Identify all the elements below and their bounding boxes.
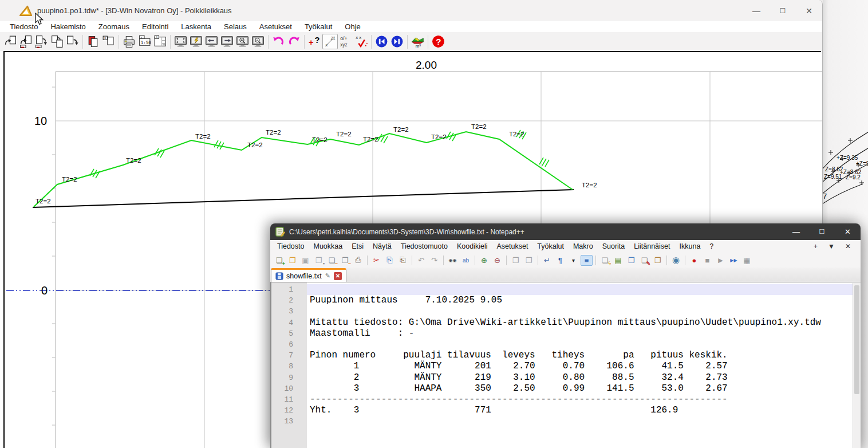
cut-button[interactable]: ✂ [370,255,382,266]
copy-document-button[interactable] [85,34,101,49]
scrollbar-thumb[interactable] [854,285,859,394]
text-editor[interactable]: 12345678910111213 Puupinon mittaus 7.10.… [270,282,861,448]
copy-button[interactable]: ⎘ [384,255,396,266]
menu-selaus[interactable]: Selaus [218,22,253,31]
np-menu-etsi[interactable]: Etsi [347,242,368,250]
find-button[interactable]: ◉◉ [447,255,459,266]
view-prev-button[interactable] [204,34,219,49]
np-menu-liit-nn-iset[interactable]: Liitännäiset [629,242,674,250]
word-wrap-button[interactable]: ↵ [541,255,553,266]
zoom-out-button[interactable] [250,34,266,49]
save-file-button[interactable]: ▣ [299,255,311,266]
file-export-button[interactable] [49,34,65,49]
view-eye-button[interactable]: ◉ [670,255,682,266]
volumes-m3-button[interactable]: m³ [410,34,425,49]
zoom-out-button[interactable]: ⊖ [491,255,503,266]
new-file-button[interactable]: ❏+ [273,255,285,266]
undo-button[interactable]: ↶ [415,255,427,266]
print-button[interactable]: ⎙ [352,255,364,266]
np-menu-muokkaa[interactable]: Muokkaa [309,242,347,250]
np-menu-ty-kalut[interactable]: Työkalut [532,242,569,250]
folder-workspace-button[interactable]: ❐ [652,255,664,266]
function-list-button[interactable]: ❏ϟ [599,255,611,266]
zoom-in-button[interactable] [235,34,250,49]
zoom-in-button[interactable]: ⊕ [478,255,490,266]
point-numbers-button[interactable]: 21x [322,34,338,49]
menu-zoomaus[interactable]: Zoomaus [92,22,136,31]
dropdown-button[interactable]: ▾ [567,255,579,266]
np-menu-ikkuna[interactable]: Ikkuna [675,242,705,250]
redo-button[interactable] [286,34,302,49]
editor-scrollbar[interactable] [853,283,861,448]
document-map-button[interactable]: ▤ [612,255,624,266]
close-tab-icon[interactable]: ✕ [334,272,342,280]
close-button[interactable]: ✕ [796,0,822,21]
macro-play-button[interactable]: ▶ [715,255,727,266]
minimize-button[interactable]: — [743,0,770,21]
tab-list-button[interactable]: ▼ [823,242,840,250]
menu-asetukset[interactable]: Asetukset [253,22,298,31]
toolbar-separator [685,256,685,265]
np-close-button[interactable]: ✕ [835,223,861,240]
zoom-extents-button[interactable] [173,34,188,49]
check-points-button[interactable]: x x [353,34,369,49]
coordinates-xyz-button[interactable]: o/+xyz [338,34,353,49]
menu-ty-kalut[interactable]: Työkalut [298,22,338,31]
macro-playback-button[interactable]: ▶▶ [728,255,740,266]
open-file-button[interactable]: ❐ [286,255,298,266]
maximize-button[interactable]: ☐ [770,0,796,21]
close-doc-button[interactable]: ✕ [840,242,856,250]
file-write-button[interactable] [18,34,34,49]
file-read-button[interactable] [3,34,18,49]
menu-ohje[interactable]: Ohje [338,22,366,31]
close-file-button[interactable]: ❏− [326,255,338,266]
sync-scroll-v-button[interactable]: ❐ [510,255,522,266]
np-menu-makro[interactable]: Makro [569,242,598,250]
close-document-button[interactable]: x [101,34,116,49]
np-menu-tiedostomuoto[interactable]: Tiedostomuoto [396,242,452,250]
edit-marker-button[interactable]: ❏✎ [638,255,650,266]
macro-record-button[interactable]: ● [688,255,700,266]
section-prev-button[interactable] [374,34,389,49]
save-all-button[interactable]: ❐▪ [313,255,325,266]
line-numbers-button[interactable]: ≡ [581,255,593,266]
np-maximize-button[interactable]: ☐ [809,223,835,240]
np-minimize-button[interactable]: — [783,223,809,240]
show-all-chars-button[interactable]: ¶ [554,255,566,266]
point-query-button[interactable]: +? [307,34,322,49]
svg-text:T2=2: T2=2 [393,126,409,133]
section-next-button[interactable] [389,34,405,49]
menu-laskenta[interactable]: Laskenta [175,22,218,31]
replace-button[interactable]: ab [460,255,472,266]
file-import-button[interactable] [34,34,49,49]
macro-stop-button[interactable]: ■ [701,255,713,266]
view-next-button[interactable] [219,34,235,49]
macro-save-button[interactable]: ▦ [741,255,753,266]
redo-button[interactable]: ↷ [428,255,440,266]
np-menu-asetukset[interactable]: Asetukset [492,242,532,250]
document-switcher-button[interactable]: ❐ [625,255,637,266]
help-button[interactable]: ? [431,34,446,49]
new-tab-button[interactable]: + [808,242,823,250]
paste-button[interactable]: ⎗ [397,255,409,266]
menu-hakemisto[interactable]: Hakemisto [44,22,92,31]
pin-tab-icon[interactable]: ✎ [325,272,330,280]
np-menu-n-yt-[interactable]: Näytä [368,242,396,250]
tab-showfile[interactable]: showfile.txt ✎ ✕ [271,268,346,282]
scale-1-50-button[interactable]: 1:50x [137,34,152,49]
pan-dynamic-button[interactable] [188,34,204,49]
menu-editointi[interactable]: Editointi [136,22,175,31]
file-transfer-button[interactable] [65,34,80,49]
np-menu-koodikieli[interactable]: Koodikieli [452,242,492,250]
page-setup-button[interactable]: x [152,34,168,49]
undo-button[interactable] [271,34,286,49]
np-menu-tiedosto[interactable]: Tiedosto [273,242,309,250]
close-all-button[interactable]: ❐− [339,255,351,266]
np-menu-q[interactable]: ? [705,242,718,250]
print-button[interactable] [121,34,137,49]
svg-text:T2=2: T2=2 [312,136,328,143]
code-line-7: Pinon numero puulaji tilavuus leveys tih… [307,350,861,361]
code-area[interactable]: Puupinon mittaus 7.10.2025 9.05Mitattu t… [307,282,861,448]
sync-scroll-h-button[interactable]: ❐ [523,255,535,266]
np-menu-suorita[interactable]: Suorita [598,242,630,250]
